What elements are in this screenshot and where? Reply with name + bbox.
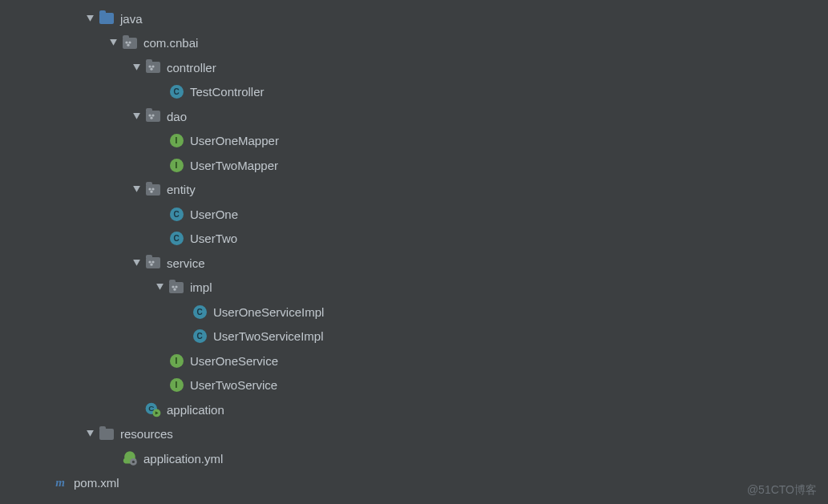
tree-item[interactable]: CUserOneServiceImpl: [0, 300, 828, 325]
tree-item-label: UserTwo: [190, 232, 237, 245]
package-icon: [144, 181, 162, 199]
package-icon: [144, 58, 162, 76]
tree-item-label: java: [120, 12, 143, 26]
tree-item-label: UserOneServiceImpl: [213, 305, 324, 319]
tree-item-label: dao: [167, 110, 187, 123]
tree-item[interactable]: IUserOneMapper: [0, 129, 828, 154]
svg-marker-6: [156, 284, 164, 290]
maven-icon: m: [51, 474, 69, 492]
package-icon: [168, 279, 185, 296]
tree-item-label: resources: [120, 427, 173, 441]
tree-item-label: UserOneMapper: [190, 134, 279, 147]
tree-item[interactable]: controller: [0, 55, 828, 80]
tree-item-label: pom.xml: [74, 476, 119, 490]
tree-item-label: UserOneService: [190, 354, 278, 368]
tree-item[interactable]: service: [0, 251, 828, 276]
project-tree: javacom.cnbaicontrollerCTestControllerda…: [0, 0, 828, 495]
tree-item-label: UserTwoServiceImpl: [213, 329, 324, 343]
svg-marker-0: [87, 15, 94, 22]
tree-item[interactable]: dao: [0, 104, 828, 129]
tree-item-label: application.yml: [143, 452, 223, 466]
tree-item[interactable]: CUserOne: [0, 202, 828, 227]
expand-arrow-icon[interactable]: [128, 112, 144, 121]
tree-item[interactable]: application.yml: [0, 446, 828, 471]
folder-icon: [98, 10, 115, 27]
package-icon: [121, 34, 139, 52]
tree-item-label: impl: [190, 280, 212, 294]
svg-marker-4: [133, 186, 140, 192]
tree-item[interactable]: IUserTwoService: [0, 373, 828, 398]
tree-item[interactable]: CUserTwoServiceImpl: [0, 325, 828, 349]
expand-arrow-icon[interactable]: [128, 185, 144, 194]
tree-item-label: entity: [167, 183, 196, 196]
tree-item-label: UserTwoService: [190, 378, 277, 392]
class-icon: C: [168, 230, 185, 248]
interface-icon: I: [168, 377, 185, 394]
tree-item[interactable]: com.cnbai: [0, 31, 828, 56]
svg-marker-5: [133, 260, 140, 266]
expand-arrow-icon[interactable]: [82, 14, 98, 23]
tree-item[interactable]: IUserTwoMapper: [0, 153, 828, 178]
expand-arrow-icon[interactable]: [151, 283, 168, 292]
class-icon: C: [168, 205, 185, 223]
svg-marker-1: [110, 39, 117, 46]
tree-item[interactable]: Capplication: [0, 397, 828, 422]
package-icon: [144, 107, 162, 125]
tree-item-label: TestController: [190, 85, 265, 99]
expand-arrow-icon[interactable]: [105, 38, 121, 47]
tree-item-label: application: [167, 403, 224, 417]
tree-item-label: controller: [167, 61, 216, 75]
expand-arrow-icon[interactable]: [128, 259, 144, 268]
svg-point-13: [132, 461, 135, 463]
expand-arrow-icon[interactable]: [128, 63, 144, 72]
tree-item-label: service: [167, 256, 205, 270]
interface-icon: I: [168, 132, 185, 150]
svg-marker-3: [133, 113, 140, 119]
interface-icon: I: [168, 352, 185, 369]
class-icon: C: [191, 303, 208, 321]
svg-marker-2: [133, 64, 140, 71]
tree-item[interactable]: java: [0, 6, 828, 31]
tree-item[interactable]: entity: [0, 178, 828, 203]
tree-item[interactable]: IUserOneService: [0, 349, 828, 373]
expand-arrow-icon[interactable]: [82, 429, 98, 438]
package-icon: [144, 254, 162, 272]
tree-item[interactable]: resources: [0, 422, 828, 447]
yaml-spring-icon: [121, 450, 139, 467]
resources-folder-icon: [98, 425, 115, 443]
tree-item-label: com.cnbai: [143, 36, 198, 50]
tree-item-label: UserTwoMapper: [190, 159, 278, 172]
class-icon: C: [168, 83, 185, 101]
watermark: @51CTO博客: [747, 483, 817, 498]
tree-item[interactable]: CUserTwo: [0, 227, 828, 252]
tree-item[interactable]: mpom.xml: [0, 471, 828, 496]
spring-run-icon: C: [144, 401, 162, 418]
interface-icon: I: [168, 156, 185, 174]
class-icon: C: [191, 328, 208, 345]
tree-item[interactable]: impl: [0, 276, 828, 300]
tree-item[interactable]: CTestController: [0, 80, 828, 105]
tree-item-label: UserOne: [190, 208, 238, 221]
svg-marker-11: [87, 430, 94, 437]
